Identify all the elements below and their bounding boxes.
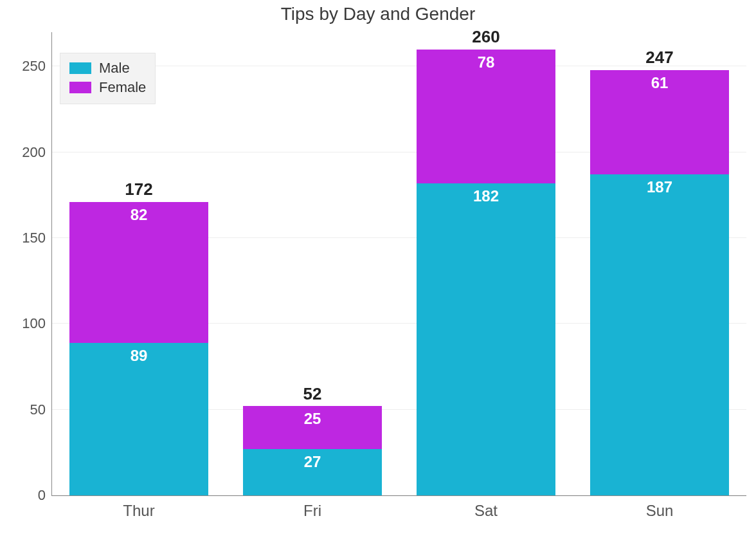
x-tick: Sun [646,495,674,520]
legend-label-male: Male [99,60,130,77]
bar-total: 172 [69,180,208,199]
bar-male[interactable]: 182 [417,183,555,495]
legend-item-female[interactable]: Female [69,79,146,96]
legend-label-female: Female [99,79,146,96]
plot-area: 0 50 100 150 200 250 89 82 172 Thur 27 2… [51,32,746,496]
chart-title: Tips by Day and Gender [0,4,756,24]
bar-value-female: 25 [243,410,382,428]
bar-female[interactable]: 82 [69,202,208,343]
legend: Male Female [60,53,156,104]
x-tick: Sat [474,495,498,520]
y-tick: 150 [7,230,52,246]
bar-total: 52 [243,384,382,404]
bar-value-male: 89 [69,347,208,365]
y-tick: 100 [7,315,52,332]
x-tick: Thur [123,495,154,520]
bar-female[interactable]: 25 [243,406,382,449]
bar-male[interactable]: 89 [69,343,208,495]
bar-male[interactable]: 187 [590,174,729,495]
bar-male[interactable]: 27 [243,449,382,495]
bar-value-female: 61 [590,74,729,92]
legend-swatch-female [69,82,91,93]
bar-female[interactable]: 78 [417,50,555,183]
bar-female[interactable]: 61 [590,70,729,175]
bar-value-male: 27 [243,453,382,471]
bar-value-male: 187 [590,178,729,196]
x-tick: Fri [303,495,321,520]
bar-value-male: 182 [417,187,555,205]
bar-total: 260 [417,27,555,47]
bar-value-female: 78 [417,53,555,71]
y-tick: 0 [7,487,52,504]
y-tick: 50 [7,401,52,418]
legend-swatch-male [69,62,91,74]
chart-container: Tips by Day and Gender 0 50 100 150 200 … [0,0,756,534]
y-tick: 200 [7,144,52,161]
legend-item-male[interactable]: Male [69,60,146,77]
y-tick: 250 [7,58,52,75]
bar-total: 247 [590,48,729,68]
bar-value-female: 82 [69,206,208,224]
